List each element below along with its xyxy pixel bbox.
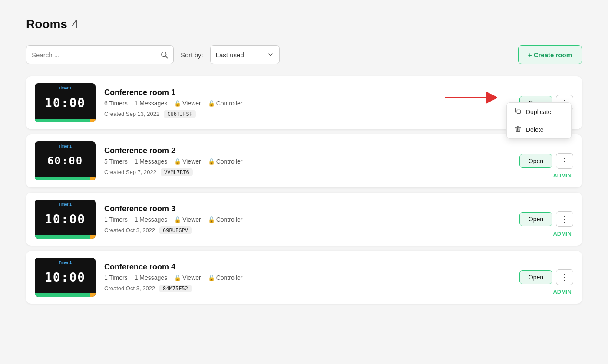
room-meta-2: 5 Timers 1 Messages 🔓Viewer 🔓Controller	[104, 158, 511, 165]
viewer-lock-icon-1: 🔓	[174, 100, 181, 107]
room-created-1: Created Sep 13, 2022 CU6TJFSF	[104, 110, 511, 118]
viewer-1: 🔓Viewer	[174, 100, 201, 107]
thumbnail-time-2: 60:00	[47, 155, 83, 167]
thumbnail-time-1: 10:00	[45, 96, 86, 110]
thumbnail-label-4: Timer 1	[59, 260, 72, 265]
room-code-1: CU6TJFSF	[164, 110, 196, 118]
viewer-lock-icon-4: 🔓	[174, 275, 181, 281]
thumbnail-label-3: Timer 1	[59, 202, 72, 207]
svg-rect-2	[517, 110, 520, 113]
created-date-1: Created Sep 13, 2022	[104, 111, 159, 117]
duplicate-option[interactable]: Duplicate	[507, 103, 571, 121]
open-button-2[interactable]: Open	[519, 154, 552, 168]
bar-orange-4	[90, 293, 96, 297]
bar-green-4	[35, 293, 90, 297]
viewer-4: 🔓Viewer	[174, 274, 201, 281]
delete-label: Delete	[526, 126, 543, 133]
sort-select[interactable]: Last used	[210, 45, 280, 64]
svg-line-1	[165, 56, 167, 58]
sort-select-value: Last used	[216, 51, 264, 59]
more-button-4[interactable]: ⋮	[556, 269, 573, 285]
timers-4: 1 Timers	[104, 274, 128, 281]
created-date-2: Created Sep 7, 2022	[104, 169, 156, 175]
duplicate-icon	[515, 108, 522, 116]
search-input[interactable]	[32, 51, 160, 59]
thumbnail-bar-1	[35, 119, 96, 122]
create-room-button[interactable]: + Create room	[518, 45, 582, 64]
bar-green-3	[35, 235, 90, 239]
room-card-2: Timer 1 60:00 Conference room 2 5 Timers…	[26, 134, 582, 187]
admin-badge-4: ADMIN	[553, 289, 572, 295]
rooms-list: Timer 1 10:00 Conference room 1 6 Timers…	[26, 76, 582, 304]
messages-3: 1 Messages	[135, 216, 167, 223]
room-thumbnail-3: Timer 1 10:00	[35, 200, 96, 239]
controller-lock-icon-3: 🔓	[208, 216, 215, 223]
created-date-4: Created Oct 3, 2022	[104, 285, 155, 292]
viewer-2: 🔓Viewer	[174, 158, 201, 165]
thumbnail-label-2: Timer 1	[59, 144, 72, 148]
viewer-3: 🔓Viewer	[174, 216, 201, 223]
timers-1: 6 Timers	[104, 100, 128, 107]
room-code-2: VVML7RT6	[161, 168, 193, 176]
controller-lock-icon-2: 🔓	[208, 158, 215, 165]
room-thumbnail-2: Timer 1 60:00	[35, 141, 96, 180]
messages-4: 1 Messages	[135, 274, 167, 281]
search-button[interactable]	[160, 51, 168, 59]
bar-orange-1	[90, 119, 96, 122]
controller-2: 🔓Controller	[208, 158, 243, 165]
viewer-lock-icon-3: 🔓	[174, 216, 181, 223]
bar-orange-2	[90, 177, 96, 180]
controller-1: 🔓Controller	[208, 100, 243, 107]
thumbnail-bar-3	[35, 235, 96, 239]
room-info-3: Conference room 3 1 Timers 1 Messages 🔓V…	[96, 204, 519, 234]
page-container: Rooms 4 Sort by: Last used + Create room	[26, 17, 582, 304]
timers-3: 1 Timers	[104, 216, 128, 223]
room-card-4: Timer 1 10:00 Conference room 4 1 Timers…	[26, 251, 582, 304]
room-meta-1: 6 Timers 1 Messages 🔓Viewer 🔓Controller	[104, 100, 511, 107]
page-title: Rooms	[26, 17, 67, 31]
search-wrapper	[26, 45, 174, 64]
room-created-3: Created Oct 3, 2022 69RUEGPV	[104, 226, 511, 234]
open-button-4[interactable]: Open	[519, 270, 552, 284]
room-created-2: Created Sep 7, 2022 VVML7RT6	[104, 168, 511, 176]
delete-option[interactable]: Delete	[507, 121, 571, 138]
viewer-lock-icon-2: 🔓	[174, 158, 181, 165]
room-info-2: Conference room 2 5 Timers 1 Messages 🔓V…	[96, 146, 519, 176]
open-button-3[interactable]: Open	[519, 212, 552, 226]
page-header: Rooms 4	[26, 17, 582, 31]
bar-green-1	[35, 119, 90, 122]
more-button-3[interactable]: ⋮	[556, 211, 573, 227]
room-thumbnail-1: Timer 1 10:00	[35, 83, 96, 122]
more-button-2[interactable]: ⋮	[556, 153, 573, 169]
room-name-4: Conference room 4	[104, 262, 511, 272]
room-name-3: Conference room 3	[104, 204, 511, 213]
room-meta-3: 1 Timers 1 Messages 🔓Viewer 🔓Controller	[104, 216, 511, 223]
room-code-3: 69RUEGPV	[159, 226, 192, 234]
thumbnail-time-4: 10:00	[45, 270, 86, 285]
room-code-4: 84M75F52	[159, 285, 192, 292]
duplicate-label: Duplicate	[526, 108, 551, 115]
search-icon	[160, 51, 168, 59]
thumbnail-label-1: Timer 1	[59, 86, 72, 90]
created-date-3: Created Oct 3, 2022	[104, 227, 155, 233]
room-card-1: Timer 1 10:00 Conference room 1 6 Timers…	[26, 76, 582, 129]
chevron-down-icon	[267, 51, 274, 58]
room-actions-4: Open ⋮	[519, 269, 573, 285]
thumbnail-bar-2	[35, 177, 96, 180]
controller-lock-icon-4: 🔓	[208, 275, 215, 281]
admin-badge-3: ADMIN	[553, 230, 572, 237]
toolbar: Sort by: Last used + Create room	[26, 45, 582, 64]
thumbnail-bar-4	[35, 293, 96, 297]
room-created-4: Created Oct 3, 2022 84M75F52	[104, 285, 511, 292]
delete-icon	[515, 125, 522, 134]
controller-lock-icon-1: 🔓	[208, 100, 215, 107]
bar-orange-3	[90, 235, 96, 239]
timers-2: 5 Timers	[104, 158, 128, 165]
room-meta-4: 1 Timers 1 Messages 🔓Viewer 🔓Controller	[104, 274, 511, 281]
room-name-1: Conference room 1	[104, 88, 511, 97]
room-actions-3: Open ⋮	[519, 211, 573, 227]
messages-2: 1 Messages	[135, 158, 167, 165]
room-actions-2: Open ⋮	[519, 153, 573, 169]
room-thumbnail-4: Timer 1 10:00	[35, 258, 96, 297]
bar-green-2	[35, 177, 90, 180]
